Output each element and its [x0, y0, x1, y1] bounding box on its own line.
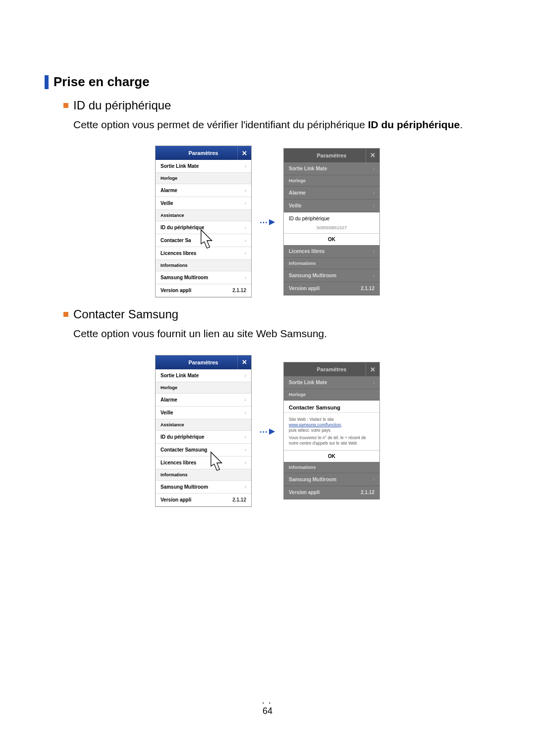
section-header-horloge: Horloge	[284, 389, 379, 401]
popup-body: Site Web : Visitez le site www.samsung.c…	[284, 413, 379, 450]
menu-item-version: Version appli2.1.12	[284, 486, 379, 499]
chevron-right-icon: ›	[245, 434, 246, 440]
section-bar	[45, 75, 49, 89]
menu-item-contacter[interactable]: Contacter Sa›	[156, 234, 251, 247]
close-icon[interactable]: ✕	[237, 355, 251, 369]
menu-item-multiroom[interactable]: Samsung Multiroom›	[156, 481, 251, 494]
chevron-right-icon: ›	[245, 201, 246, 206]
chevron-right-icon: ›	[245, 373, 246, 378]
section-header-informations: Informations	[284, 462, 379, 473]
chevron-right-icon: ›	[245, 410, 246, 415]
chevron-right-icon: ›	[245, 188, 246, 193]
menu-item-version: Version appli2.1.12	[156, 494, 251, 506]
page-number: • • 64	[0, 701, 535, 716]
settings-screen-before: Paramètres ✕ Sortie Link Mate› Horloge A…	[155, 355, 252, 507]
transition-arrow-icon: ▶	[252, 426, 283, 436]
menu-item-licences[interactable]: Licences libres›	[156, 247, 251, 260]
menu-item-alarme: Alarme›	[284, 187, 379, 200]
close-icon[interactable]: ✕	[366, 149, 379, 162]
menu-item-sortie[interactable]: Sortie Link Mate›	[156, 160, 251, 173]
chevron-right-icon: ›	[245, 163, 246, 169]
section-header-informations: Informations	[284, 258, 379, 269]
popup-device-id: ID du périphérique 508569B61627 OK	[284, 212, 379, 245]
screen-header: Paramètres ✕	[156, 355, 251, 369]
menu-item-version: Version appli2.1.12	[284, 282, 379, 295]
settings-screen-after: Paramètres ✕ Sortie Link Mate› Horloge C…	[283, 362, 380, 500]
section-header-horloge: Horloge	[284, 175, 379, 187]
chevron-right-icon: ›	[245, 275, 246, 280]
screen-header: Paramètres ✕	[156, 146, 251, 160]
menu-item-licences: Licences libres›	[284, 245, 379, 258]
section-header-informations: Informations	[156, 469, 251, 481]
subsection-bullet	[63, 312, 68, 317]
subsection-description: Cette option vous permet de vérifier l'i…	[73, 117, 490, 132]
page-title: Prise en charge	[54, 74, 150, 90]
section-header-informations: Informations	[156, 260, 251, 271]
close-icon[interactable]: ✕	[237, 146, 251, 160]
menu-item-licences[interactable]: Licences libres›	[156, 456, 251, 469]
menu-item-sortie[interactable]: Sortie Link Mate›	[156, 369, 251, 382]
menu-item-veille[interactable]: Veille›	[156, 197, 251, 210]
subsection-description: Cette option vous fournit un lien au sit…	[73, 326, 490, 341]
section-header-horloge: Horloge	[156, 382, 251, 394]
subsection-title: Contacter Samsung	[73, 307, 178, 321]
popup-value: 508569B61627	[284, 223, 379, 233]
chevron-right-icon: ›	[245, 460, 246, 465]
ok-button[interactable]: OK	[284, 450, 379, 462]
menu-item-contacter[interactable]: Contacter Samsung›	[156, 444, 251, 456]
subsection-title: ID du périphérique	[73, 99, 171, 112]
menu-item-veille[interactable]: Veille›	[156, 406, 251, 419]
chevron-right-icon: ›	[245, 447, 246, 453]
subsection-bullet	[63, 103, 68, 108]
menu-item-multiroom: Samsung Multiroom›	[284, 473, 379, 486]
menu-item-version: Version appli2.1.12	[156, 284, 251, 297]
settings-screen-after: Paramètres ✕ Sortie Link Mate› Horloge A…	[283, 148, 380, 296]
menu-item-alarme[interactable]: Alarme›	[156, 394, 251, 406]
menu-item-veille: Veille›	[284, 200, 379, 212]
menu-item-sortie: Sortie Link Mate›	[284, 376, 379, 389]
menu-item-id[interactable]: ID du périphérique›	[156, 431, 251, 444]
transition-arrow-icon: ▶	[252, 216, 283, 227]
popup-title: ID du périphérique	[284, 212, 379, 223]
menu-item-sortie: Sortie Link Mate›	[284, 162, 379, 175]
close-icon[interactable]: ✕	[366, 362, 379, 376]
menu-item-id[interactable]: ID du périphérique›	[156, 221, 251, 234]
chevron-right-icon: ›	[245, 225, 246, 230]
section-header-assistance: Assistance	[156, 419, 251, 431]
chevron-right-icon: ›	[245, 484, 246, 490]
chevron-right-icon: ›	[245, 397, 246, 403]
settings-screen-before: Paramètres ✕ Sortie Link Mate› Horloge A…	[155, 146, 252, 298]
chevron-right-icon: ›	[245, 251, 246, 256]
section-header-assistance: Assistance	[156, 210, 251, 221]
popup-title: Contacter Samsung	[284, 401, 379, 413]
chevron-right-icon: ›	[245, 238, 246, 243]
figure-row-id: Paramètres ✕ Sortie Link Mate› Horloge A…	[45, 146, 490, 298]
figure-row-contact: Paramètres ✕ Sortie Link Mate› Horloge A…	[45, 355, 490, 507]
menu-item-alarme[interactable]: Alarme›	[156, 184, 251, 197]
ok-button[interactable]: OK	[284, 233, 379, 245]
screen-header: Paramètres ✕	[284, 362, 379, 376]
menu-item-multiroom[interactable]: Samsung Multiroom›	[156, 271, 251, 284]
samsung-link[interactable]: www.samsung.com/function	[289, 422, 341, 427]
screen-header: Paramètres ✕	[284, 149, 379, 162]
section-header-horloge: Horloge	[156, 173, 251, 184]
popup-contact-samsung: Contacter Samsung Site Web : Visitez le …	[284, 401, 379, 462]
menu-item-multiroom: Samsung Multiroom›	[284, 269, 379, 282]
